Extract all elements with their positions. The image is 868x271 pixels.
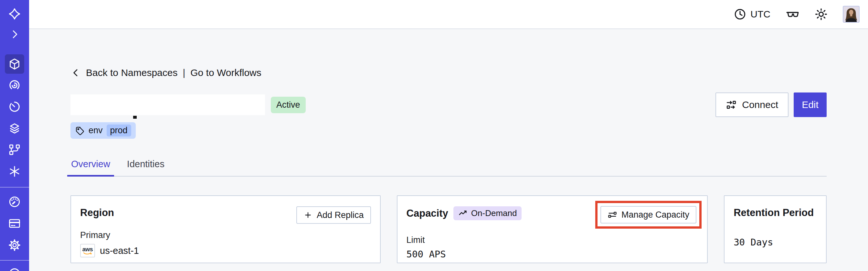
tag-key: env <box>89 125 103 136</box>
region-primary-label: Primary <box>80 230 371 240</box>
sidebar-item-namespaces[interactable] <box>5 54 24 74</box>
chevron-right-icon <box>9 28 20 40</box>
sidebar-divider <box>0 187 29 187</box>
sidebar-item-settings[interactable] <box>0 239 29 251</box>
credit-card-icon <box>8 217 21 230</box>
circle-partial-icon <box>8 267 21 271</box>
main-area: Back to Namespaces | Go to Workflows Act… <box>29 29 868 271</box>
manage-capacity-label: Manage Capacity <box>621 210 689 220</box>
branch-icon <box>8 143 21 156</box>
connect-flow-icon <box>726 99 737 110</box>
add-replica-button[interactable]: Add Replica <box>296 206 371 224</box>
back-to-namespaces-link[interactable]: Back to Namespaces <box>86 67 178 78</box>
on-demand-label: On-Demand <box>471 208 517 218</box>
edit-button-label: Edit <box>802 99 818 110</box>
layers-icon <box>8 122 21 135</box>
sidebar-item-usage[interactable] <box>0 195 29 208</box>
go-to-workflows-link[interactable]: Go to Workflows <box>190 67 261 78</box>
tab-bar: Overview Identities <box>70 159 827 177</box>
sidebar-item-workflows[interactable] <box>0 79 29 92</box>
region-card-title: Region <box>80 206 114 219</box>
trending-up-icon <box>458 209 468 218</box>
on-demand-badge: On-Demand <box>454 206 522 220</box>
connect-button-label: Connect <box>742 99 778 110</box>
sidebar-item-schedules[interactable] <box>0 100 29 113</box>
sliders-icon <box>608 210 617 219</box>
labs-toggle[interactable] <box>785 7 800 21</box>
user-avatar[interactable] <box>843 6 860 23</box>
status-badge: Active <box>271 97 306 113</box>
sidebar-item-deployments[interactable] <box>0 143 29 156</box>
topbar: UTC <box>29 0 868 29</box>
tag-value: prod <box>106 124 131 137</box>
tab-overview[interactable]: Overview <box>70 159 111 176</box>
edit-button[interactable]: Edit <box>794 92 827 117</box>
connect-button[interactable]: Connect <box>715 92 788 117</box>
cube-icon <box>8 58 21 70</box>
add-replica-label: Add Replica <box>317 210 364 220</box>
spiral-icon <box>8 79 21 92</box>
gauge-icon <box>8 195 21 208</box>
breadcrumb-separator: | <box>183 67 185 78</box>
sidebar-divider <box>0 260 29 261</box>
sidebar-nav <box>0 0 29 271</box>
sidebar-item-home[interactable] <box>0 7 29 20</box>
redaction-artifact <box>133 116 137 119</box>
plus-icon <box>304 211 312 219</box>
theme-toggle[interactable] <box>814 7 828 21</box>
retention-card: Retention Period 30 Days <box>724 195 827 263</box>
sidebar-item-support[interactable] <box>0 267 29 271</box>
region-card: Region Add Replica Primary aws <box>70 195 381 263</box>
tab-identities[interactable]: Identities <box>126 159 165 176</box>
annotation-highlight: Manage Capacity <box>595 201 702 229</box>
chevron-left-icon <box>70 68 81 78</box>
manage-capacity-button[interactable]: Manage Capacity <box>600 206 696 223</box>
capacity-card: Capacity On-Demand <box>397 195 708 263</box>
region-value: us-east-1 <box>100 245 139 256</box>
retention-value: 30 Days <box>734 237 817 248</box>
gear-icon <box>8 239 21 251</box>
breadcrumb: Back to Namespaces | Go to Workflows <box>70 67 827 78</box>
clock-icon <box>734 8 746 21</box>
timer-icon <box>8 100 21 113</box>
timezone-label: UTC <box>750 9 770 20</box>
tag-icon <box>75 126 85 136</box>
glasses-icon <box>785 7 800 21</box>
namespace-tag-chip: env prod <box>70 122 136 139</box>
sidebar-item-billing[interactable] <box>0 217 29 230</box>
namespace-header: Active Connect Edit <box>70 92 827 117</box>
sun-icon <box>814 7 828 21</box>
asterisk-icon <box>8 165 21 178</box>
aws-logo: aws <box>80 244 95 258</box>
capacity-value: 500 APS <box>406 249 699 260</box>
sidebar-item-nexus[interactable] <box>0 165 29 178</box>
capacity-limit-label: Limit <box>406 235 699 245</box>
timezone-selector[interactable]: UTC <box>734 8 770 21</box>
temporal-logo <box>8 7 21 20</box>
namespace-title-redacted <box>70 94 265 115</box>
retention-card-title: Retention Period <box>734 206 817 219</box>
sidebar-expand-button[interactable] <box>0 28 29 40</box>
sidebar-item-batch-operations[interactable] <box>0 122 29 135</box>
capacity-card-title: Capacity <box>406 207 448 220</box>
